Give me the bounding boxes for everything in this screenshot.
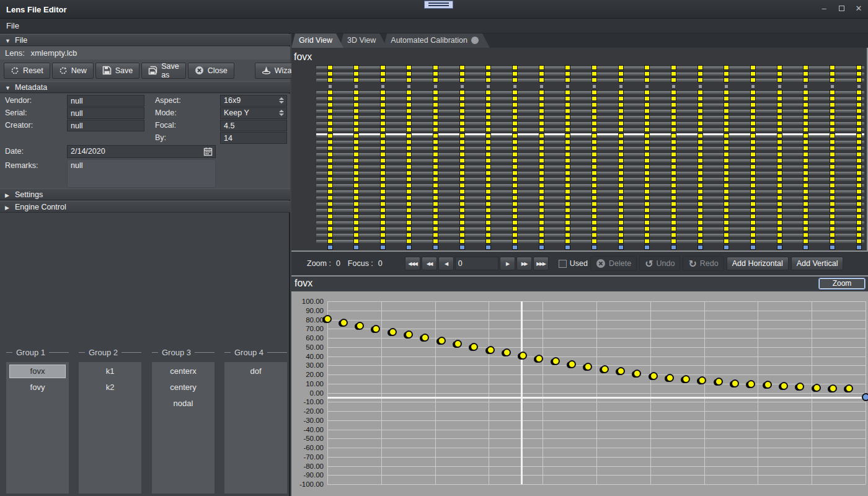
grid-cell[interactable]: [750, 121, 756, 126]
grid-cell[interactable]: [459, 226, 465, 231]
grid-cell[interactable]: [856, 208, 862, 213]
grid-cell[interactable]: [433, 183, 438, 188]
grid-cell[interactable]: [353, 232, 359, 237]
grid-cell[interactable]: [618, 208, 624, 213]
grid-cell[interactable]: [353, 152, 359, 157]
data-point[interactable]: [601, 365, 609, 373]
grid-cell[interactable]: [777, 195, 782, 200]
grid-cell[interactable]: [512, 146, 518, 151]
grid-cell[interactable]: [433, 164, 438, 169]
grid-cell[interactable]: [724, 183, 729, 188]
grid-cell[interactable]: [856, 78, 862, 82]
grid-cell[interactable]: [830, 220, 835, 225]
grid-cell[interactable]: [856, 108, 862, 113]
grid-cell[interactable]: [644, 102, 650, 107]
grid-cell[interactable]: [433, 102, 438, 107]
grid-cell[interactable]: [327, 214, 333, 219]
grid-cell[interactable]: [803, 220, 808, 225]
grid-cell[interactable]: [644, 164, 650, 169]
grid-cell[interactable]: [777, 108, 782, 113]
grid-cell[interactable]: [406, 140, 412, 144]
grid-cell[interactable]: [856, 214, 862, 219]
grid-cell[interactable]: [777, 96, 782, 101]
grid-cell[interactable]: [803, 195, 808, 200]
grid-cell[interactable]: [618, 127, 624, 132]
grid-cell[interactable]: [512, 152, 518, 157]
grid-cell[interactable]: [539, 102, 544, 107]
grid-cell[interactable]: [406, 170, 412, 175]
grid-cell[interactable]: [698, 78, 703, 82]
grid-cell[interactable]: [671, 90, 676, 95]
grid-cell[interactable]: [380, 226, 386, 231]
grid-cell[interactable]: [830, 152, 835, 157]
grid-cell[interactable]: [698, 202, 703, 206]
grid-cell-selected-row[interactable]: [433, 245, 438, 250]
grid-cell[interactable]: [618, 115, 624, 120]
grid-cell[interactable]: [856, 140, 862, 144]
grid-cell[interactable]: [539, 183, 544, 188]
save-button[interactable]: Save: [95, 63, 140, 79]
grid-cell[interactable]: [830, 102, 835, 107]
grid-cell[interactable]: [539, 189, 544, 194]
data-point[interactable]: [470, 343, 478, 351]
grid-cell[interactable]: [327, 127, 333, 132]
grid-cell[interactable]: [698, 102, 703, 107]
grid-cell[interactable]: [644, 170, 650, 175]
grid-cell[interactable]: [485, 108, 491, 113]
grid-cell[interactable]: [539, 78, 544, 82]
grid-cell[interactable]: [724, 239, 729, 244]
data-point[interactable]: [503, 348, 511, 356]
grid-cell[interactable]: [406, 226, 412, 231]
grid-cell[interactable]: [512, 158, 518, 163]
grid-cell[interactable]: [380, 152, 386, 157]
grid-cell[interactable]: [406, 189, 412, 194]
grid-cell[interactable]: [539, 202, 544, 206]
grid-cell[interactable]: [644, 146, 650, 151]
minimize-button[interactable]: –: [820, 4, 828, 13]
grid-cell[interactable]: [512, 140, 518, 144]
grid-cell[interactable]: [618, 202, 624, 206]
grid-cell[interactable]: [671, 78, 676, 82]
undo-button[interactable]: ↺ Undo: [639, 256, 680, 271]
grid-cell[interactable]: [724, 214, 729, 219]
grid-cell[interactable]: [777, 239, 782, 244]
grid-cell[interactable]: [803, 71, 808, 76]
data-point[interactable]: [389, 328, 397, 336]
grid-cell[interactable]: [671, 133, 676, 138]
grid-cell[interactable]: [459, 195, 465, 200]
grid-cell[interactable]: [327, 220, 333, 225]
grid-cell[interactable]: [353, 108, 359, 113]
grid-cell[interactable]: [698, 71, 703, 76]
grid-cell[interactable]: [591, 164, 597, 169]
grid-cell[interactable]: [830, 226, 835, 231]
grid-cell[interactable]: [459, 133, 465, 138]
grid-cell[interactable]: [803, 127, 808, 132]
grid-cell[interactable]: [327, 115, 333, 120]
grid-cell[interactable]: [591, 226, 597, 231]
grid-cell[interactable]: [512, 164, 518, 169]
grid-cell[interactable]: [750, 115, 756, 120]
focal-field[interactable]: [220, 120, 287, 131]
grid-cell[interactable]: [380, 71, 386, 76]
grid-cell[interactable]: [856, 189, 862, 194]
grid-cell[interactable]: [671, 189, 676, 194]
grid-cell[interactable]: [591, 177, 597, 182]
grid-cell[interactable]: [380, 146, 386, 151]
grid-cell[interactable]: [327, 121, 333, 126]
grid-cell[interactable]: [618, 121, 624, 126]
grid-cell[interactable]: [565, 195, 570, 200]
grid-cell[interactable]: [433, 146, 438, 151]
reset-button[interactable]: Reset: [4, 63, 50, 79]
grid-cell[interactable]: [591, 146, 597, 151]
grid-cell[interactable]: [591, 78, 597, 82]
grid-cell[interactable]: [406, 96, 412, 101]
grid-cell[interactable]: [671, 65, 676, 70]
position-input[interactable]: [455, 257, 498, 270]
grid-cell[interactable]: [803, 170, 808, 175]
grid-cell[interactable]: [803, 189, 808, 194]
data-point[interactable]: [535, 355, 543, 363]
grid-cell[interactable]: [671, 183, 676, 188]
grid-cell[interactable]: [353, 164, 359, 169]
grid-cell[interactable]: [485, 177, 491, 182]
section-header-settings[interactable]: ▶Settings: [0, 188, 290, 200]
